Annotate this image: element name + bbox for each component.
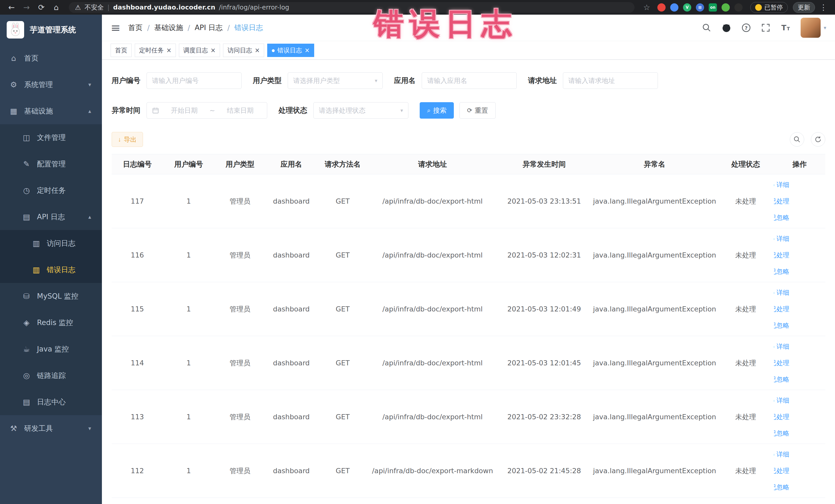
redis-icon: ◈ — [22, 318, 31, 327]
cell-app-name: dashboard — [266, 390, 317, 444]
update-button[interactable]: 更新 — [793, 2, 815, 13]
close-icon[interactable]: × — [210, 47, 216, 54]
breadcrumb-home[interactable]: 首页 — [128, 23, 143, 33]
process-status-label: 处理状态 — [279, 105, 307, 115]
tab-error-log[interactable]: ● 错误日志 × — [267, 44, 314, 57]
filter-row-2: 异常时间 开始日期 ~ 结束日期 处理状态 请选择处理状态 ▾ — [111, 102, 825, 119]
reset-button[interactable]: ⟳ 重置 — [460, 102, 495, 119]
processed-link[interactable]: ✓已处理 — [774, 463, 789, 479]
browser-menu-icon[interactable]: ⋮ — [817, 3, 830, 12]
sidebar-item-log-center[interactable]: ▤ 日志中心 — [0, 389, 102, 415]
close-icon[interactable]: × — [305, 47, 310, 54]
ignore-link[interactable]: ✓已忽略 — [774, 371, 789, 388]
paused-chip[interactable]: 已暂停 — [750, 2, 788, 13]
ext-on-badge-icon[interactable]: on — [709, 3, 717, 12]
ignore-link[interactable]: ✓已忽略 — [774, 263, 789, 280]
ignore-link[interactable]: ✓已忽略 — [774, 209, 789, 226]
process-status-select[interactable]: 请选择处理状态 ▾ — [313, 102, 408, 119]
browser-reload-icon[interactable]: ⟳ — [35, 3, 48, 12]
view-icon: ◉ — [774, 236, 774, 242]
sidebar-item-infrastructure[interactable]: ▦ 基础设施 ▴ — [0, 98, 102, 124]
tab-home[interactable]: 首页 — [110, 44, 132, 57]
processed-link[interactable]: ✓已处理 — [774, 355, 789, 371]
ignore-link[interactable]: ✓已忽略 — [774, 317, 789, 334]
ignore-link[interactable]: ✓已忽略 — [774, 425, 789, 442]
action-label: 已处理 — [774, 359, 789, 367]
sidebar-item-mysql-monitor[interactable]: ⛁ MySQL 监控 — [0, 283, 102, 309]
sidebar-item-system[interactable]: ⚙ 系统管理 ▾ — [0, 72, 102, 98]
export-button[interactable]: ↓ 导出 — [111, 132, 143, 147]
ext-dark-paw-icon[interactable] — [734, 3, 742, 12]
breadcrumb-infrastructure[interactable]: 基础设施 — [154, 23, 183, 33]
ext-red-circle-icon[interactable] — [657, 3, 666, 12]
sidebar-item-trace[interactable]: ◎ 链路追踪 — [0, 362, 102, 389]
ignore-link[interactable]: ✓已忽略 — [774, 479, 789, 496]
sidebar-item-redis-monitor[interactable]: ◈ Redis 监控 — [0, 309, 102, 336]
processed-link[interactable]: ✓已处理 — [774, 301, 789, 317]
sidebar-item-error-log[interactable]: ▥ 错误日志 — [0, 257, 102, 283]
browser-back-icon[interactable]: ← — [5, 3, 18, 12]
col-method: 请求方法名 — [317, 154, 368, 174]
bookmark-star-icon[interactable]: ☆ — [641, 3, 653, 12]
processed-link[interactable]: ✓已处理 — [774, 247, 789, 263]
processed-link[interactable]: ✓已处理 — [774, 409, 789, 425]
logo[interactable]: 芋道管理系统 — [0, 15, 102, 45]
help-icon[interactable]: ? — [741, 23, 751, 32]
hamburger-icon[interactable]: ≡ — [110, 22, 121, 34]
sidebar-item-home[interactable]: ⌂ 首页 — [0, 45, 102, 72]
browser-forward-icon[interactable]: → — [20, 3, 33, 12]
cell-log-id: 112 — [111, 444, 163, 498]
ext-green-leaf-icon[interactable] — [721, 3, 730, 12]
omnibox-divider: | — [107, 4, 109, 11]
fullscreen-icon[interactable] — [761, 23, 770, 32]
search-icon[interactable] — [702, 23, 711, 32]
sidebar-item-label: 访问日志 — [47, 239, 76, 248]
processed-link[interactable]: ✓已处理 — [774, 193, 789, 209]
detail-link[interactable]: ◉详细 — [774, 446, 789, 463]
sidebar-item-java-monitor[interactable]: ☕ Java 监控 — [0, 336, 102, 362]
detail-link[interactable]: ◉详细 — [774, 338, 789, 355]
cell-exception-name: java.lang.IllegalArgumentException — [592, 174, 717, 228]
ext-green-v-icon[interactable]: V — [683, 3, 691, 12]
toggle-search-button[interactable] — [790, 132, 804, 147]
user-type-select[interactable]: 请选择用户类型 ▾ — [288, 73, 383, 89]
refresh-button[interactable] — [811, 132, 825, 147]
search-button[interactable]: ⌕ 搜索 — [420, 102, 454, 119]
app-name-input[interactable] — [422, 73, 517, 89]
cell-exception-name: java.lang.IllegalArgumentException — [592, 282, 717, 336]
breadcrumb-api-logs[interactable]: API 日志 — [195, 23, 223, 33]
detail-link[interactable]: ◉详细 — [774, 177, 789, 193]
detail-link[interactable]: ◉详细 — [774, 392, 789, 409]
user-id-input[interactable] — [147, 73, 242, 89]
date-start-placeholder: 开始日期 — [163, 106, 206, 115]
tab-scheduled-jobs[interactable]: 定时任务 × — [135, 44, 176, 57]
tab-access-log[interactable]: 访问日志 × — [223, 44, 264, 57]
close-icon[interactable]: × — [166, 47, 171, 54]
close-icon[interactable]: × — [254, 47, 260, 54]
cell-status: 未处理 — [717, 336, 774, 390]
sidebar-item-scheduled-jobs[interactable]: ◷ 定时任务 — [0, 177, 102, 204]
sidebar-item-file-mgmt[interactable]: ◫ 文件管理 — [0, 124, 102, 151]
detail-link[interactable]: ◉详细 — [774, 230, 789, 247]
user-menu[interactable]: ▾ — [801, 18, 826, 38]
sidebar-item-config-mgmt[interactable]: ✎ 配置管理 — [0, 151, 102, 177]
cell-status: 未处理 — [717, 390, 774, 444]
user-id-label: 用户编号 — [111, 76, 140, 85]
sidebar-item-api-logs[interactable]: ▤ API 日志 ▴ — [0, 204, 102, 230]
sidebar-item-devtools[interactable]: ⚒ 研发工具 ▾ — [0, 415, 102, 442]
trace-icon: ◎ — [22, 371, 31, 380]
address-bar[interactable]: ⚠ 不安全 | dashboard.yudao.iocoder.cn/infra… — [69, 2, 634, 13]
date-range-picker[interactable]: 开始日期 ~ 结束日期 — [147, 102, 267, 119]
browser-home-icon[interactable]: ⌂ — [50, 3, 63, 12]
sidebar-item-access-log[interactable]: ▥ 访问日志 — [0, 230, 102, 257]
ext-blue-drop-icon[interactable] — [670, 3, 678, 12]
detail-link[interactable]: ◉详细 — [774, 284, 789, 301]
tab-dispatch-log[interactable]: 调度日志 × — [179, 44, 220, 57]
action-label: 已处理 — [774, 197, 789, 205]
font-size-icon[interactable]: TT — [780, 23, 790, 33]
sidebar-item-label: Redis 监控 — [37, 318, 73, 328]
github-icon[interactable] — [721, 23, 731, 33]
chevron-down-icon: ▾ — [88, 81, 91, 88]
ext-blue-grid-icon[interactable]: ⊞ — [696, 3, 704, 12]
request-url-input[interactable] — [563, 73, 658, 89]
